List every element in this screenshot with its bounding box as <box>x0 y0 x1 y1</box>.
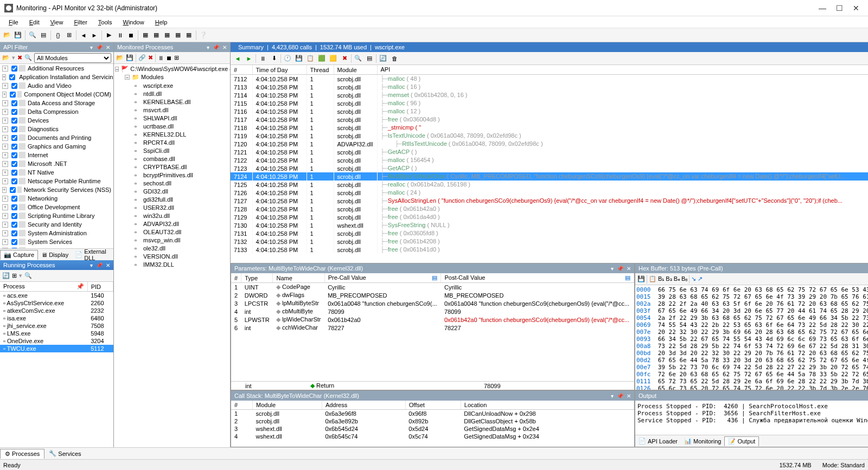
filter-checkbox[interactable] <box>11 222 17 228</box>
api-row[interactable]: 71184:04:10.258 PM1scrobj.dll├─_strnicmp… <box>231 124 868 132</box>
filter-checkbox[interactable] <box>10 187 16 193</box>
close-panel-icon[interactable]: ✕ <box>106 44 110 50</box>
filter-item[interactable]: +Graphics and Gaming <box>0 142 113 151</box>
module-filter-select[interactable]: All Modules <box>34 53 111 63</box>
pin-icon[interactable]: ▾ <box>611 266 614 272</box>
filter-item[interactable]: +Additional Resources <box>0 64 113 73</box>
toolbar-forward-icon[interactable]: ► <box>90 30 99 40</box>
api-row[interactable]: 71174:04:10.258 PM1scrobj.dll├─free ( 0x… <box>231 115 868 124</box>
api-prev-icon[interactable]: ◄ <box>233 54 242 63</box>
module-item[interactable]: ▫RPCRT4.dll <box>115 138 229 146</box>
param-row[interactable]: 2DWORD◆ dwFlagsMB_PRECOMPOSEDMB_PRECOMPO… <box>231 291 634 299</box>
module-item[interactable]: ▫ucrtbase.dll <box>115 122 229 130</box>
api-pause-icon[interactable]: ⏸ <box>258 54 267 63</box>
stack-row[interactable]: 2scrobj.dll0x6a3e892b0x892bDllGetClassOb… <box>231 417 634 425</box>
module-item[interactable]: ▫USER32.dll <box>115 203 229 211</box>
toolbar-tree-icon[interactable]: ⊞ <box>64 30 74 40</box>
api-row[interactable]: 71304:04:10.258 PM1wshext.dll├─SysFreeSt… <box>231 221 868 229</box>
pin2-icon[interactable]: 📌 <box>213 44 219 50</box>
module-item[interactable]: ▫GDI32.dll <box>115 187 229 195</box>
tab-monitoring[interactable]: 📊 Monitoring <box>681 436 724 446</box>
close-panel-icon[interactable]: ✕ <box>627 266 631 272</box>
filter-item[interactable]: +Networking <box>0 194 113 203</box>
pin2-icon[interactable]: 📌 <box>617 393 623 399</box>
filter-checkbox[interactable] <box>11 178 17 184</box>
filter-item[interactable]: +Security and Identity <box>0 220 113 229</box>
pin-icon[interactable]: ▾ <box>90 44 93 50</box>
toolbar-filter-icon[interactable]: ▤ <box>39 30 48 40</box>
open-filter-icon[interactable]: 📂 <box>2 54 10 61</box>
api-clear-icon[interactable]: ✖ <box>340 54 349 63</box>
toolbar-back-icon[interactable]: ◄ <box>79 30 88 40</box>
tree-icon[interactable]: ⊞ <box>12 272 17 279</box>
clear-filter-icon[interactable]: ✖ <box>17 54 22 61</box>
col-header[interactable]: Location <box>461 401 634 410</box>
filter-checkbox[interactable] <box>11 196 17 202</box>
process-table[interactable]: Process 📌PID▫ acs.exe1540▫ AsSysCtrlServ… <box>0 282 113 352</box>
expand-icon[interactable]: + <box>2 92 7 98</box>
col-header[interactable]: Process 📌 <box>0 282 87 292</box>
filter-checkbox[interactable] <box>11 118 17 124</box>
col-header[interactable]: Thread <box>307 65 334 75</box>
api-row[interactable]: 71124:04:10.258 PM1scrobj.dll├─malloc ( … <box>231 75 868 83</box>
find-proc-icon[interactable]: 🔍 <box>24 272 32 279</box>
col-header[interactable]: API 🔍 <box>377 65 868 75</box>
pin2-icon[interactable]: 📌 <box>96 262 103 268</box>
api-row[interactable]: 71194:04:10.258 PM1scrobj.dll├─IsTextUni… <box>231 132 868 140</box>
module-item[interactable]: ▫sechost.dll <box>115 179 229 187</box>
filter-checkbox[interactable] <box>11 213 17 219</box>
hex-byte1-icon[interactable]: B₁ <box>658 275 664 282</box>
module-item[interactable]: ▫OLEAUT32.dll <box>115 228 229 236</box>
filter-checkbox[interactable] <box>11 239 17 245</box>
toolbar-help-icon[interactable]: ❔ <box>199 30 208 40</box>
expand-icon[interactable]: + <box>2 100 8 106</box>
toolbar-open-icon[interactable]: 📂 <box>2 30 12 40</box>
col-header[interactable]: Pre-Call Value ▤ <box>324 273 441 283</box>
param-row[interactable]: 3LPCSTR◆ lpMultiByteStr0x061a0048 "funct… <box>231 299 634 307</box>
pin-icon[interactable]: ▾ <box>90 262 93 268</box>
mon-attach-icon[interactable]: 🔗 <box>138 54 146 61</box>
module-item[interactable]: ▫KERNEL32.DLL <box>115 130 229 138</box>
expand-icon[interactable]: + <box>2 187 7 193</box>
filter-item[interactable]: +Scripting Runtime Library <box>0 211 113 220</box>
modules-node[interactable]: −📁 Modules <box>115 73 229 81</box>
expand-icon[interactable]: + <box>2 118 8 124</box>
module-item[interactable]: ▫bcryptPrimitives.dll <box>115 171 229 179</box>
filter-checkbox[interactable] <box>11 100 17 106</box>
expand-icon[interactable]: + <box>2 74 6 80</box>
menu-view[interactable]: View <box>45 18 69 27</box>
api-mark-icon[interactable]: 🟩 <box>317 54 327 63</box>
api-row[interactable]: 71294:04:10.258 PM1scrobj.dll├─free ( 0x… <box>231 213 868 221</box>
col-header[interactable]: Name <box>273 273 324 283</box>
pin2-icon[interactable]: 📌 <box>96 44 103 50</box>
module-item[interactable]: ▫ole32.dll <box>115 244 229 252</box>
hex-byte4-icon[interactable]: B₄ <box>674 275 680 282</box>
process-row[interactable]: ▫ isa.exe6480 <box>0 314 113 322</box>
filter-checkbox[interactable] <box>9 74 15 80</box>
mon-clear-icon[interactable]: ✖ <box>148 54 153 61</box>
process-row[interactable]: ▫ atkexComSvc.exe2232 <box>0 307 113 314</box>
api-row[interactable]: 71244:04:10.258 PM1scrobj.dll├─MultiByte… <box>231 172 868 181</box>
module-item[interactable]: ▫wscript.exe <box>115 81 229 89</box>
col-header[interactable]: # <box>231 401 253 410</box>
process-row[interactable]: ▫ TWCU.exe5112 <box>0 345 113 352</box>
filter-checkbox[interactable] <box>11 152 17 158</box>
expand-icon[interactable]: + <box>2 222 8 228</box>
param-row[interactable]: 1UINT◆ CodePageCyrillicCyrillic <box>231 283 634 292</box>
expand-icon[interactable]: + <box>2 170 8 176</box>
menu-file[interactable]: File <box>3 18 24 27</box>
filter-checkbox[interactable] <box>11 109 17 115</box>
refresh-icon[interactable]: 🔄 <box>2 272 10 279</box>
expand-icon[interactable]: + <box>2 161 8 167</box>
toolbar-pause-icon[interactable]: ⏸ <box>115 30 125 40</box>
col-header[interactable]: PID <box>87 282 113 292</box>
expand-icon[interactable]: + <box>2 239 8 245</box>
menu-edit[interactable]: Edit <box>24 18 45 27</box>
filter-item[interactable]: +Network Security Services (NSS) <box>0 185 113 194</box>
module-item[interactable]: ▫msvcp_win.dll <box>115 236 229 244</box>
close-panel-icon[interactable]: ✕ <box>222 44 227 50</box>
param-row[interactable]: 5LPWSTR◆ lpWideCharStr0x061b42a00x061b42… <box>231 316 634 324</box>
api-refresh-icon[interactable]: 🔄 <box>378 54 388 63</box>
process-row[interactable]: ▫ LMS.exe5948 <box>0 330 113 337</box>
page-tab-services[interactable]: 🔧 Services <box>44 449 85 458</box>
